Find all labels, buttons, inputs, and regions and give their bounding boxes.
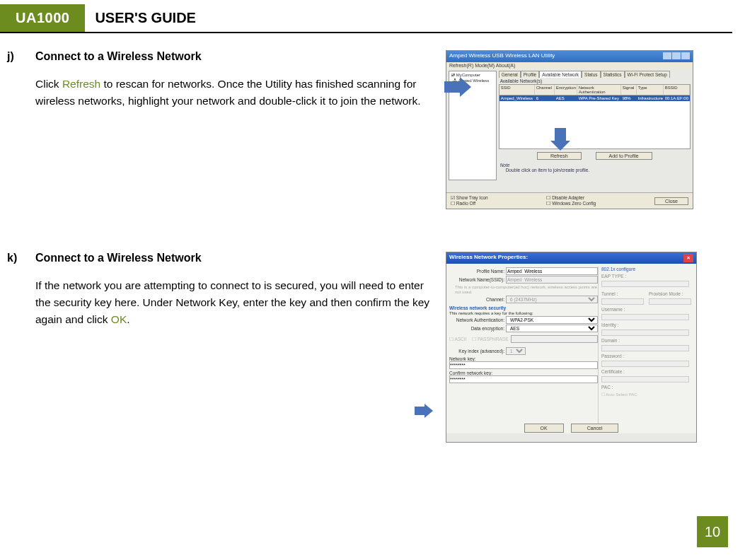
radio-off-check[interactable]: ☐ Radio Off <box>451 201 488 206</box>
add-to-profile-button[interactable]: Add to Profile <box>596 152 652 160</box>
section-k-para: If the network you are attempting to con… <box>35 277 432 328</box>
content: j) Connect to a Wireless Network Click R… <box>0 33 745 443</box>
channel-select: 6 (2437MHz) <box>506 296 598 303</box>
network-key-input[interactable] <box>449 361 598 369</box>
profile-name-input[interactable] <box>506 267 598 275</box>
figure2: Wireless Network Properties: × Profile N… <box>446 252 697 443</box>
arrow-right-icon <box>415 404 433 418</box>
tabs[interactable]: General Profile Available Network Status… <box>499 71 691 78</box>
close-icon[interactable]: × <box>683 254 693 262</box>
section-j-para: Click Refresh to rescan for networks. On… <box>35 76 432 110</box>
tab-statistics[interactable]: Statistics <box>601 71 625 78</box>
section-j-body: Connect to a Wireless Network Click Refr… <box>35 50 725 209</box>
network-row-selected[interactable]: Amped_Wireless 6 AES WPA Pre-Shared Key … <box>499 95 690 101</box>
show-tray-check[interactable]: ☑ Show Tray Icon <box>451 195 488 201</box>
confirm-key-input[interactable] <box>449 375 598 383</box>
page-header: UA1000 USER'S GUIDE <box>0 4 732 33</box>
section-k: k) Connect to a Wireless Network If the … <box>7 252 725 443</box>
arrow-down-icon <box>550 128 570 151</box>
ok-highlight: OK <box>111 313 127 325</box>
page-title: USER'S GUIDE <box>85 4 206 32</box>
tab-wps[interactable]: Wi-Fi Protect Setup <box>625 71 670 78</box>
tab-profile[interactable]: Profile <box>521 71 539 78</box>
disable-adapter-check[interactable]: ☐ Disable Adapter <box>546 195 596 201</box>
marker-k: k) <box>7 252 27 264</box>
section-j-text: Connect to a Wireless Network Click Refr… <box>35 50 432 110</box>
figure2-area: Wireless Network Properties: × Profile N… <box>446 252 697 443</box>
figure1-area: Amped Wireless USB Wireless LAN Utility … <box>446 50 693 209</box>
tab-available-network[interactable]: Available Network <box>539 71 582 78</box>
section-k-body: Connect to a Wireless Network If the net… <box>35 252 725 443</box>
close-button[interactable]: Close <box>654 197 688 205</box>
arrow-right-icon <box>444 77 471 97</box>
section-j: j) Connect to a Wireless Network Click R… <box>7 50 725 209</box>
section-k-text: Connect to a Wireless Network If the net… <box>35 252 432 328</box>
windows-zero-check[interactable]: ☐ Windows Zero Config <box>546 201 596 206</box>
enc-select[interactable]: AES <box>506 325 598 332</box>
refresh-highlight: Refresh <box>62 78 100 90</box>
network-table[interactable]: SSID Channel Encryption Network Authenti… <box>499 84 691 149</box>
cancel-button[interactable]: Cancel <box>571 424 619 433</box>
fig1-menubar[interactable]: Refresh(R) Mode(M) About(A) <box>446 62 693 69</box>
section-j-heading: Connect to a Wireless Network <box>35 50 432 63</box>
page-number: 10 <box>697 516 728 547</box>
key-index-select: 1 <box>506 347 526 355</box>
refresh-button[interactable]: Refresh <box>537 152 582 160</box>
section-k-heading: Connect to a Wireless Network <box>35 252 432 264</box>
auth-select[interactable]: WPA2-PSK <box>506 316 598 324</box>
product-badge: UA1000 <box>0 4 85 32</box>
ssid-input <box>506 276 598 284</box>
ok-button[interactable]: OK <box>524 424 564 433</box>
fig1-titlebar: Amped Wireless USB Wireless LAN Utility <box>446 51 693 62</box>
tab-general[interactable]: General <box>499 71 521 78</box>
tab-status[interactable]: Status <box>582 71 600 78</box>
marker-j: j) <box>7 50 27 63</box>
window-buttons[interactable] <box>662 52 690 61</box>
fig2-titlebar: Wireless Network Properties: × <box>446 252 696 264</box>
